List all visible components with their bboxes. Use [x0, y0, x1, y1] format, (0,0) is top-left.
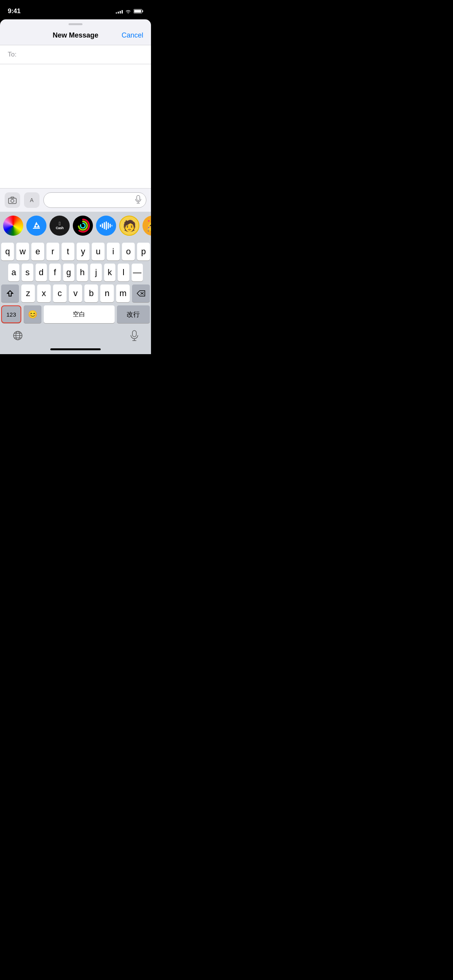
key-a[interactable]: a [8, 264, 19, 281]
message-body[interactable] [0, 64, 151, 188]
wifi-icon [125, 9, 131, 14]
key-v[interactable]: v [69, 284, 82, 302]
compose-header: New Message Cancel [0, 25, 151, 45]
numbers-key[interactable]: 123 [1, 305, 21, 323]
app-bar: A [0, 188, 151, 212]
key-q[interactable]: q [1, 243, 14, 260]
key-s[interactable]: s [22, 264, 33, 281]
sheet-handle-area [0, 19, 151, 25]
mic-button[interactable] [135, 195, 141, 206]
delete-key[interactable] [132, 284, 150, 302]
camera-icon [8, 197, 17, 204]
svg-rect-19 [108, 223, 109, 229]
key-f[interactable]: f [49, 264, 60, 281]
key-t[interactable]: t [62, 243, 74, 260]
key-j[interactable]: j [90, 264, 101, 281]
svg-rect-20 [110, 224, 111, 228]
return-key[interactable]: 改行 [117, 305, 150, 323]
home-indicator [0, 346, 151, 354]
svg-rect-15 [100, 224, 101, 227]
key-i[interactable]: i [107, 243, 120, 260]
to-label: To: [8, 51, 17, 58]
svg-rect-29 [132, 331, 136, 337]
svg-rect-16 [102, 223, 103, 228]
apple-cash-icon-button[interactable]: Cash [50, 216, 70, 236]
svg-rect-8 [137, 195, 140, 200]
appstore-icon: A [27, 195, 36, 205]
svg-point-4 [11, 199, 14, 202]
key-x[interactable]: x [37, 284, 51, 302]
status-bar: 9:41 [0, 0, 151, 19]
svg-rect-2 [134, 10, 141, 13]
emoji-key[interactable]: 😊 [24, 305, 41, 323]
memoji1-icon-button[interactable]: 🧑 [119, 216, 139, 236]
main-content: New Message Cancel To: A [0, 25, 151, 354]
status-time: 9:41 [8, 7, 21, 15]
cancel-button[interactable]: Cancel [122, 31, 143, 39]
key-d[interactable]: d [36, 264, 47, 281]
keyboard-bottom-bar [1, 326, 150, 346]
svg-text:A: A [30, 197, 34, 203]
key-w[interactable]: w [16, 243, 29, 260]
camera-button[interactable] [5, 192, 20, 208]
message-input-bar[interactable] [43, 192, 146, 208]
key-u[interactable]: u [92, 243, 105, 260]
svg-rect-21 [112, 225, 112, 226]
shift-key[interactable] [1, 284, 19, 302]
key-m[interactable]: m [116, 284, 130, 302]
key-p[interactable]: p [137, 243, 150, 260]
memoji2-icon-button[interactable]: 🥳 [142, 216, 151, 236]
svg-point-14 [81, 223, 85, 228]
key-o[interactable]: o [122, 243, 135, 260]
key-e[interactable]: e [31, 243, 44, 260]
app-icons-row: Cash 🧑 [0, 212, 151, 240]
keyboard-row-3: z x c v b n m [1, 284, 150, 302]
keyboard-row-2: a s d f g h j k l — [1, 264, 150, 281]
key-b[interactable]: b [84, 284, 98, 302]
globe-icon [13, 331, 23, 341]
svg-rect-3 [9, 198, 16, 204]
status-icons [116, 9, 143, 14]
key-l[interactable]: l [118, 264, 129, 281]
keyboard-row-1: q w e r t y u i o p [1, 243, 150, 260]
activity-icon-button[interactable] [73, 216, 93, 236]
globe-key[interactable] [13, 331, 23, 342]
space-key[interactable]: 空白 [44, 305, 115, 323]
battery-icon [134, 9, 143, 14]
svg-rect-1 [142, 10, 143, 12]
key-r[interactable]: r [46, 243, 59, 260]
key-dash[interactable]: — [132, 264, 143, 281]
message-input[interactable] [50, 197, 135, 204]
svg-rect-18 [106, 221, 107, 230]
key-y[interactable]: y [77, 243, 89, 260]
photos-icon-button[interactable] [3, 216, 23, 236]
home-indicator-bar [50, 348, 101, 350]
key-n[interactable]: n [100, 284, 114, 302]
keyboard-mic-button[interactable] [130, 330, 138, 342]
mic-bottom-icon [130, 330, 138, 341]
svg-point-13 [79, 221, 87, 230]
svg-rect-5 [11, 197, 14, 198]
svg-rect-17 [104, 222, 105, 229]
key-g[interactable]: g [63, 264, 74, 281]
to-field: To: [0, 45, 151, 64]
keyboard: q w e r t y u i o p a s d f g h j k l — [0, 240, 151, 346]
to-input[interactable] [19, 51, 143, 58]
page-title: New Message [53, 31, 98, 39]
keyboard-row-4: 123 😊 空白 改行 [1, 305, 150, 323]
key-c[interactable]: c [53, 284, 67, 302]
appstore-icon-button[interactable] [26, 216, 46, 236]
key-h[interactable]: h [77, 264, 88, 281]
appstore-button[interactable]: A [24, 192, 39, 208]
signal-icon [116, 9, 123, 14]
key-z[interactable]: z [21, 284, 35, 302]
key-k[interactable]: k [104, 264, 115, 281]
soundwave-icon-button[interactable] [96, 216, 116, 236]
mic-icon [135, 195, 141, 204]
